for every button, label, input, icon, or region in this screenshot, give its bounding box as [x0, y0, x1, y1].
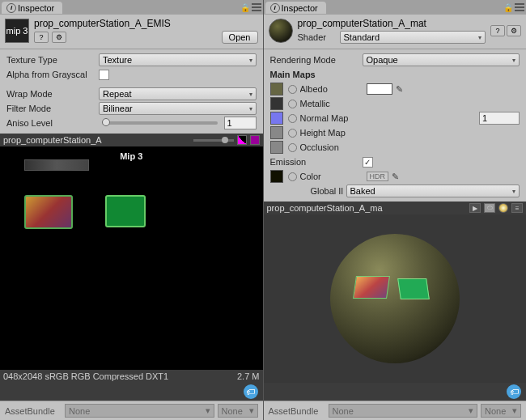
filter-mode-dropdown[interactable]: Bilinear▾ [99, 102, 257, 115]
panel-menu-icon[interactable] [515, 3, 524, 11]
occlusion-radio[interactable] [288, 143, 297, 152]
material-preview[interactable] [264, 214, 527, 383]
hdr-badge[interactable]: HDR [367, 172, 389, 181]
gear-icon[interactable]: ⚙ [507, 25, 521, 36]
preview-menu-icon[interactable]: ≡ [511, 203, 523, 213]
emission-checkbox[interactable]: ✓ [363, 157, 373, 168]
normal-value-field[interactable] [479, 112, 520, 125]
assetbundle-dropdown[interactable]: None▾ [329, 404, 478, 418]
texture-size-label: 2.7 M [237, 371, 260, 381]
aniso-value-field[interactable] [224, 117, 257, 129]
texture-preview[interactable]: Mip 3 [0, 146, 263, 370]
tab-bar: i Inspector 🔒 [264, 0, 527, 15]
albedo-label: Albedo [300, 84, 363, 94]
right-inspector-panel: i Inspector 🔒 prop_computerStation_A_mat… [263, 0, 527, 420]
light-icon[interactable] [498, 203, 508, 213]
material-asset-icon [269, 19, 293, 43]
albedo-radio[interactable] [288, 85, 297, 94]
aniso-slider[interactable] [102, 121, 218, 125]
alpha-grayscale-checkbox[interactable] [99, 70, 109, 80]
assetbundle-variant-dropdown[interactable]: None▾ [481, 404, 521, 418]
panel-tools: 🔒 [503, 3, 524, 12]
texture-type-dropdown[interactable]: Texture▾ [99, 53, 257, 66]
tag-icon[interactable]: 🏷 [244, 384, 258, 399]
tab-bar: i Inspector 🔒 [0, 0, 263, 15]
normal-map-label: Normal Map [300, 113, 363, 123]
height-texture-slot[interactable] [270, 126, 283, 139]
occlusion-texture-slot[interactable] [270, 141, 283, 154]
help-icon[interactable]: ? [490, 25, 505, 36]
alpha-toggle-icon[interactable] [250, 135, 260, 145]
assetbundle-variant-dropdown[interactable]: None▾ [218, 404, 258, 418]
rendering-mode-dropdown[interactable]: Opaque▾ [363, 53, 520, 66]
chevron-down-icon: ▾ [512, 57, 515, 64]
inspector-icon: i [270, 3, 280, 13]
eyedropper-icon[interactable]: ✎ [396, 84, 403, 95]
albedo-color-field[interactable] [367, 83, 392, 95]
chevron-down-icon: ▾ [249, 405, 254, 416]
emission-texture-slot[interactable] [270, 170, 283, 183]
shader-dropdown[interactable]: Standard▾ [340, 31, 486, 44]
preview-header[interactable]: prop_computerStation_A_ma ▶ ⬭ ≡ [264, 202, 527, 214]
rendering-mode-label: Rendering Mode [270, 55, 359, 65]
panel-tools: 🔒 [240, 3, 261, 12]
gear-icon[interactable]: ⚙ [52, 32, 66, 43]
occlusion-label: Occlusion [300, 142, 363, 152]
preview-title: prop_computerStation_A [3, 135, 190, 145]
assetbundle-label: AssetBundle [5, 406, 62, 416]
texture-type-label: Texture Type [6, 55, 95, 65]
asset-name: prop_computerStation_A_EMIS [34, 18, 258, 29]
preview-shape-icon[interactable]: ⬭ [484, 203, 495, 213]
metallic-radio[interactable] [288, 100, 297, 108]
chevron-down-icon: ▾ [469, 405, 473, 416]
global-illumination-dropdown[interactable]: Baked▾ [346, 185, 520, 197]
shader-label: Shader [298, 32, 337, 42]
preview-title: prop_computerStation_A_ma [267, 203, 467, 213]
play-icon[interactable]: ▶ [469, 203, 481, 213]
tag-icon[interactable]: 🏷 [507, 384, 521, 399]
chevron-down-icon: ▾ [249, 105, 252, 112]
aniso-level-label: Aniso Level [6, 118, 95, 128]
material-emission-detail [353, 276, 390, 299]
assetbundle-dropdown[interactable]: None▾ [65, 404, 214, 418]
texture-properties: Texture Type Texture▾ Alpha from Graysca… [0, 49, 263, 134]
normal-radio[interactable] [288, 114, 297, 123]
emission-color-radio[interactable] [288, 172, 297, 181]
asset-name: prop_computerStation_A_mat [298, 18, 486, 29]
albedo-texture-slot[interactable] [270, 83, 283, 95]
chevron-down-icon: ▾ [512, 188, 515, 195]
alpha-grayscale-label: Alpha from Grayscal [6, 70, 95, 79]
metallic-texture-slot[interactable] [270, 97, 283, 110]
help-icon[interactable]: ? [34, 32, 49, 43]
emission-label: Emission [270, 157, 359, 167]
eyedropper-icon[interactable]: ✎ [392, 172, 399, 182]
preview-header[interactable]: prop_computerStation_A [0, 134, 263, 146]
wrap-mode-label: Wrap Mode [6, 89, 95, 99]
slider-thumb[interactable] [102, 118, 110, 126]
lock-icon[interactable]: 🔒 [240, 3, 250, 12]
open-button[interactable]: Open [222, 31, 258, 44]
slider-thumb[interactable] [222, 137, 228, 143]
asset-header: prop_computerStation_A_mat Shader Standa… [264, 15, 527, 49]
tab-inspector[interactable]: i Inspector [265, 2, 326, 14]
mip-slider[interactable] [193, 139, 234, 142]
texture-format-label: 048x2048 sRGB RGB Compressed DXT1 [3, 371, 168, 381]
filter-mode-label: Filter Mode [6, 104, 95, 113]
assetbundle-label: AssetBundle [269, 406, 325, 416]
rgb-toggle-icon[interactable] [237, 135, 247, 145]
wrap-mode-dropdown[interactable]: Repeat▾ [99, 87, 257, 100]
inspector-icon: i [6, 3, 16, 13]
tag-row: 🏷 [264, 383, 527, 401]
tab-inspector[interactable]: i Inspector [2, 2, 62, 14]
texture-content [24, 159, 89, 171]
chevron-down-icon: ▾ [478, 34, 481, 41]
tab-label: Inspector [18, 3, 54, 13]
texture-content [24, 195, 73, 229]
normal-texture-slot[interactable] [270, 112, 283, 125]
material-properties: Rendering Mode Opaque▾ Main Maps Albedo … [264, 49, 527, 202]
material-emission-detail [397, 278, 430, 299]
height-radio[interactable] [288, 129, 297, 138]
emission-color-label: Color [300, 172, 363, 181]
lock-icon[interactable]: 🔒 [503, 3, 513, 12]
panel-menu-icon[interactable] [252, 3, 261, 11]
